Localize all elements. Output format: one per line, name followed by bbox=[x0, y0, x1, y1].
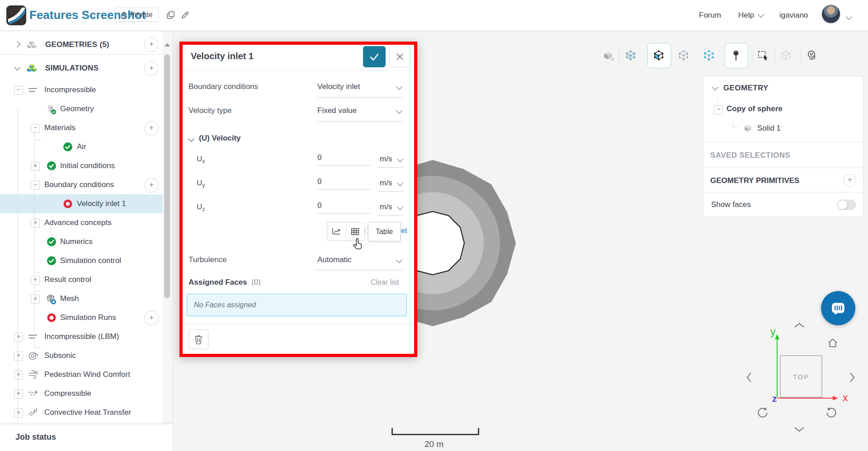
duplicate-project-button[interactable] bbox=[166, 11, 175, 19]
sidebar-item-result-control[interactable]: +Result control bbox=[0, 270, 173, 289]
ux-input[interactable] bbox=[316, 153, 371, 166]
sidebar-item-incompressible-lbm[interactable]: +Incompressible (LBM) bbox=[0, 327, 173, 346]
home-view-button[interactable] bbox=[827, 338, 838, 350]
sidebar-item-initial-conditions[interactable]: +Initial conditions bbox=[0, 156, 173, 175]
privacy-badge[interactable]: Private bbox=[114, 8, 159, 22]
uy-unit-select[interactable]: m/s bbox=[380, 179, 392, 188]
select-volumes-button[interactable] bbox=[621, 45, 641, 65]
sidebar-item-boundary-conditions[interactable]: −Boundary conditions+ bbox=[0, 175, 173, 194]
geometry-section-header[interactable]: GEOMETRY bbox=[713, 84, 769, 93]
expand-node-button[interactable]: + bbox=[14, 409, 23, 418]
add-child-button[interactable]: + bbox=[144, 61, 159, 76]
expand-node-button[interactable]: + bbox=[31, 295, 40, 304]
sidebar-item-mesh[interactable]: +Mesh bbox=[0, 289, 173, 308]
sidebar-item-numerics[interactable]: Numerics bbox=[0, 232, 173, 251]
select-faces-button[interactable] bbox=[649, 45, 669, 65]
sidebar-item-simulation-control[interactable]: Simulation control bbox=[0, 251, 173, 270]
show-faces-toggle[interactable] bbox=[838, 200, 856, 210]
sidebar-item-advanced-concepts[interactable]: +Advanced concepts bbox=[0, 213, 173, 232]
solid-view-button[interactable] bbox=[598, 45, 618, 65]
add-child-button[interactable]: + bbox=[144, 121, 159, 136]
expand-node-button[interactable]: + bbox=[31, 162, 40, 171]
boundary-conditions-select[interactable]: Velocity inlet bbox=[317, 82, 360, 91]
sidebar-item-convective-heat-transfer[interactable]: +Convective Heat Transfer bbox=[0, 403, 173, 422]
apply-button[interactable] bbox=[363, 46, 386, 67]
sidebar-item-label: Result control bbox=[44, 275, 91, 284]
uz-unit-select[interactable]: m/s bbox=[380, 202, 392, 211]
add-child-button[interactable]: + bbox=[144, 311, 159, 325]
velocity-type-select[interactable]: Fixed value bbox=[317, 106, 357, 115]
uy-input[interactable] bbox=[316, 177, 371, 190]
saved-selections-header[interactable]: SAVED SELECTIONS bbox=[710, 151, 790, 160]
select-vertices-button[interactable] bbox=[699, 45, 719, 65]
job-status-bar[interactable]: Job status bbox=[0, 424, 172, 451]
box-select-button[interactable] bbox=[753, 45, 773, 65]
expand-node-button[interactable]: + bbox=[14, 352, 23, 361]
expand-node-button[interactable]: + bbox=[14, 371, 23, 380]
rotate-down-button[interactable] bbox=[793, 426, 805, 434]
sidebar-item-pedestrian-wind-comfort[interactable]: +Pedestrian Wind Comfort bbox=[0, 365, 173, 384]
chart-input-button[interactable] bbox=[327, 222, 346, 240]
clear-list-link[interactable]: Clear list bbox=[371, 278, 399, 287]
avatar[interactable] bbox=[821, 5, 840, 23]
sidebar-item-velocity-inlet-1[interactable]: Velocity inlet 1 bbox=[0, 194, 173, 213]
chevron-down-icon bbox=[397, 204, 403, 210]
sidebar-item-incompressible[interactable]: −Incompressible bbox=[0, 80, 173, 99]
uz-input[interactable] bbox=[316, 201, 371, 214]
rotate-up-button[interactable] bbox=[793, 322, 805, 330]
add-child-button[interactable]: + bbox=[144, 178, 159, 193]
add-geometry-primitive-button[interactable]: + bbox=[844, 174, 856, 187]
chevron-down-icon[interactable] bbox=[14, 64, 20, 70]
app-logo[interactable] bbox=[6, 5, 26, 27]
scroll-up-icon[interactable] bbox=[165, 43, 170, 47]
solid-node-label[interactable]: Solid 1 bbox=[757, 124, 781, 133]
simscale-workbench: Features Screenshot Private Forum Help bbox=[0, 0, 868, 451]
chevron-right-icon[interactable] bbox=[14, 41, 20, 47]
add-child-button[interactable]: + bbox=[144, 38, 159, 52]
sidebar-item-geometries-5[interactable]: GEOMETRIES (5)+ bbox=[0, 35, 173, 54]
rotate-left-button[interactable] bbox=[746, 371, 752, 385]
expand-node-button[interactable]: + bbox=[14, 390, 23, 399]
sidebar-item-subsonic[interactable]: +Subsonic bbox=[0, 346, 173, 365]
close-button[interactable] bbox=[389, 46, 410, 67]
collapse-node-button[interactable]: − bbox=[31, 124, 40, 133]
roll-ccw-button[interactable] bbox=[756, 406, 769, 421]
expand-node-button[interactable]: + bbox=[31, 276, 40, 285]
probe-point-button[interactable] bbox=[726, 45, 746, 65]
expand-node-button[interactable]: + bbox=[14, 333, 23, 342]
expand-node-button[interactable]: + bbox=[31, 219, 40, 228]
sidebar-item-label: Air bbox=[77, 142, 86, 151]
scrollbar-thumb[interactable] bbox=[164, 54, 170, 298]
close-icon bbox=[396, 53, 404, 61]
sidebar-item-simulations[interactable]: SIMULATIONS+ bbox=[0, 59, 173, 78]
user-menu-button[interactable] bbox=[847, 13, 851, 21]
collapse-geometry-node[interactable]: − bbox=[714, 105, 723, 114]
roll-cw-button[interactable] bbox=[826, 406, 838, 421]
ux-unit-select[interactable]: m/s bbox=[380, 155, 392, 164]
sidebar-item-materials[interactable]: −Materials+ bbox=[0, 118, 173, 137]
reset-link-partial[interactable]: et bbox=[401, 227, 407, 235]
sidebar-item-simulation-runs[interactable]: Simulation Runs+ bbox=[0, 308, 173, 327]
rename-project-button[interactable] bbox=[181, 11, 189, 19]
sidebar-item-geometry[interactable]: Geometry bbox=[0, 99, 173, 118]
view-cube-top-face[interactable]: TOP bbox=[780, 355, 822, 398]
nav-help-menu[interactable]: Help bbox=[738, 11, 763, 20]
support-chat-button[interactable] bbox=[821, 291, 855, 325]
mesh-display-button[interactable] bbox=[776, 45, 796, 65]
sidebar-item-air[interactable]: Air bbox=[0, 137, 173, 156]
geometry-node-label[interactable]: Copy of sphere bbox=[726, 104, 783, 113]
rotate-right-button[interactable] bbox=[849, 371, 855, 385]
measure-button[interactable] bbox=[802, 45, 822, 65]
turbulence-select[interactable]: Automatic bbox=[317, 255, 352, 264]
sidebar-scrollbar[interactable] bbox=[163, 30, 173, 424]
collapse-velocity-group-icon[interactable] bbox=[188, 136, 194, 142]
sidebar-item-compressible[interactable]: +Compressible bbox=[0, 384, 173, 403]
chevron-down-icon bbox=[758, 11, 764, 18]
select-edges-button[interactable] bbox=[674, 45, 693, 65]
collapse-node-button[interactable]: − bbox=[14, 86, 23, 95]
delete-boundary-condition-button[interactable] bbox=[189, 329, 208, 349]
assignment-box[interactable]: No Faces assigned bbox=[187, 294, 407, 316]
collapse-node-button[interactable]: − bbox=[31, 181, 40, 190]
nav-forum-link[interactable]: Forum bbox=[699, 11, 721, 20]
geometry-primitives-header[interactable]: GEOMETRY PRIMITIVES bbox=[710, 176, 799, 185]
